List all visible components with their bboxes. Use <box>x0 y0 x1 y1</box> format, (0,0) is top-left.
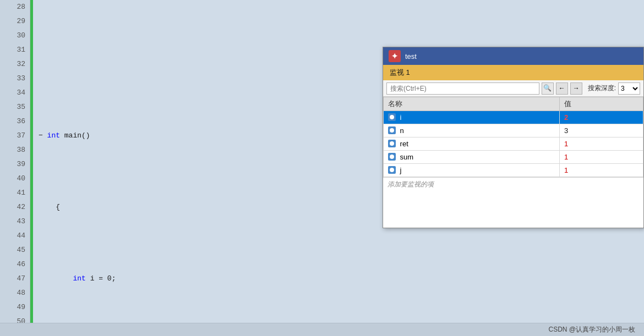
var-icon <box>388 113 396 121</box>
var-icon <box>388 153 396 161</box>
watch-table: 名称 值 i 2 n <box>383 97 643 228</box>
var-icon <box>388 126 396 134</box>
search-button[interactable]: 🔍 <box>542 82 554 95</box>
line-numbers: 28 29 30 31 32 33 34 35 36 37 38 39 40 4… <box>0 0 30 336</box>
depth-label: 搜索深度: <box>588 84 616 93</box>
watch-row-ret[interactable]: ret 1 <box>384 137 643 151</box>
var-name-ret: ret <box>384 137 560 151</box>
col-value-header: 值 <box>560 97 643 111</box>
watch-row-n[interactable]: n 3 <box>384 124 643 137</box>
watch-toolbar: 🔍 ← → 搜索深度: 3 1 2 4 5 <box>383 80 643 97</box>
nav-forward-button[interactable]: → <box>570 82 582 95</box>
watch-tab-label: 监视 1 <box>390 68 410 78</box>
var-name-j: j <box>384 164 560 177</box>
depth-select[interactable]: 3 1 2 4 5 <box>618 82 640 95</box>
watch-tab[interactable]: 监视 1 <box>383 65 643 80</box>
var-value-i: 2 <box>560 111 643 124</box>
code-line: int i = 0; <box>39 272 644 286</box>
add-watch-label[interactable]: 添加要监视的项 <box>383 177 643 191</box>
var-value-ret: 1 <box>560 137 643 151</box>
var-name-n: n <box>384 124 560 137</box>
var-name-i: i <box>384 111 560 124</box>
col-name-header: 名称 <box>384 97 560 111</box>
vs-icon: ✦ <box>389 50 401 62</box>
var-name-sum: sum <box>384 151 560 164</box>
var-value-sum: 1 <box>560 151 643 164</box>
var-value-n: 3 <box>560 124 643 137</box>
var-icon <box>388 166 396 174</box>
var-icon <box>388 140 396 147</box>
watch-row-sum[interactable]: sum 1 <box>384 151 643 164</box>
watch-row-j[interactable]: j 1 <box>384 164 643 177</box>
bottom-bar-text: CSDN @认真学习的小周一枚 <box>548 325 635 334</box>
watch-window-title: test <box>405 52 417 60</box>
search-input[interactable] <box>386 82 539 95</box>
bottom-bar: CSDN @认真学习的小周一枚 <box>0 323 644 336</box>
var-value-j: 1 <box>560 164 643 177</box>
watch-row-i[interactable]: i 2 <box>384 111 643 124</box>
watch-titlebar: ✦ test <box>383 47 643 65</box>
nav-back-button[interactable]: ← <box>556 82 568 95</box>
watch-window: ✦ test 监视 1 🔍 ← → 搜索深度: 3 1 2 4 5 名称 值 <box>383 47 644 228</box>
